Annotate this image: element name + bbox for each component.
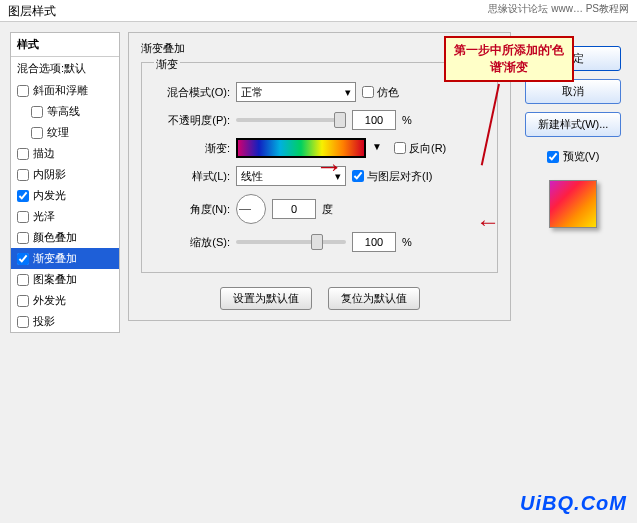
style-item-label: 斜面和浮雕 [33, 83, 88, 98]
preview-label: 预览(V) [563, 149, 600, 164]
new-style-button[interactable]: 新建样式(W)... [525, 112, 621, 137]
preview-check[interactable]: 预览(V) [547, 149, 600, 164]
preview-checkbox[interactable] [547, 151, 559, 163]
style-item-label: 内发光 [33, 188, 66, 203]
opacity-unit: % [402, 114, 412, 126]
style-item[interactable]: 颜色叠加 [11, 227, 119, 248]
scale-input[interactable] [352, 232, 396, 252]
style-item-label: 光泽 [33, 209, 55, 224]
angle-input[interactable] [272, 199, 316, 219]
style-item[interactable]: 渐变叠加 [11, 248, 119, 269]
styles-header: 样式 [11, 33, 119, 57]
watermark: UiBQ.CoM [520, 492, 627, 515]
style-item[interactable]: 纹理 [11, 122, 119, 143]
slider-thumb[interactable] [311, 234, 323, 250]
dither-check[interactable]: 仿色 [362, 85, 399, 100]
angle-label: 角度(N): [152, 202, 230, 217]
style-checkbox[interactable] [17, 85, 29, 97]
gradient-picker[interactable] [236, 138, 366, 158]
blend-options-default[interactable]: 混合选项:默认 [11, 57, 119, 80]
titlebar-right-text: 思缘设计论坛 www… PS教程网 [488, 2, 629, 16]
blend-mode-dropdown[interactable]: 正常 [236, 82, 356, 102]
style-item[interactable]: 内发光 [11, 185, 119, 206]
style-item-label: 投影 [33, 314, 55, 329]
styles-box: 样式 混合选项:默认 斜面和浮雕等高线纹理描边内阴影内发光光泽颜色叠加渐变叠加图… [10, 32, 120, 333]
slider-thumb[interactable] [334, 112, 346, 128]
opacity-slider[interactable] [236, 118, 346, 122]
center-panel: 第一步中所添加的'色谱'渐变 → ← 渐变叠加 渐变 混合模式(O): 正常 仿… [128, 32, 511, 513]
reset-default-button[interactable]: 复位为默认值 [328, 287, 420, 310]
cancel-button[interactable]: 取消 [525, 79, 621, 104]
right-panel: 确定 取消 新建样式(W)... 预览(V) [519, 32, 627, 513]
style-checkbox[interactable] [17, 274, 29, 286]
main-area: 样式 混合选项:默认 斜面和浮雕等高线纹理描边内阴影内发光光泽颜色叠加渐变叠加图… [0, 22, 637, 523]
style-item-label: 纹理 [47, 125, 69, 140]
style-checkbox[interactable] [31, 127, 43, 139]
style-checkbox[interactable] [17, 211, 29, 223]
style-label: 样式(L): [152, 169, 230, 184]
style-item[interactable]: 描边 [11, 143, 119, 164]
gradient-label: 渐变: [152, 141, 230, 156]
style-checkbox[interactable] [17, 232, 29, 244]
scale-slider[interactable] [236, 240, 346, 244]
align-layer-checkbox[interactable] [352, 170, 364, 182]
style-checkbox[interactable] [17, 253, 29, 265]
default-buttons-row: 设置为默认值 复位为默认值 [141, 287, 498, 310]
style-item-label: 外发光 [33, 293, 66, 308]
preview-swatch [549, 180, 597, 228]
style-item[interactable]: 等高线 [11, 101, 119, 122]
angle-row: 角度(N): 度 [152, 194, 487, 224]
style-checkbox[interactable] [17, 169, 29, 181]
window-title: 图层样式 [8, 4, 56, 18]
opacity-label: 不透明度(P): [152, 113, 230, 128]
annotation-callout: 第一步中所添加的'色谱'渐变 [444, 36, 574, 82]
inner-group-title: 渐变 [154, 57, 180, 72]
arrow-icon: ← [476, 208, 500, 236]
style-checkbox[interactable] [17, 148, 29, 160]
blend-mode-row: 混合模式(O): 正常 仿色 [152, 82, 487, 102]
style-checkbox[interactable] [17, 316, 29, 328]
style-item[interactable]: 斜面和浮雕 [11, 80, 119, 101]
set-default-button[interactable]: 设置为默认值 [220, 287, 312, 310]
style-item-label: 内阴影 [33, 167, 66, 182]
style-checkbox[interactable] [17, 190, 29, 202]
angle-dial[interactable] [236, 194, 266, 224]
reverse-checkbox[interactable] [394, 142, 406, 154]
blend-mode-label: 混合模式(O): [152, 85, 230, 100]
style-item-label: 描边 [33, 146, 55, 161]
style-item[interactable]: 光泽 [11, 206, 119, 227]
angle-unit: 度 [322, 202, 333, 217]
style-item[interactable]: 投影 [11, 311, 119, 332]
title-bar: 图层样式 思缘设计论坛 www… PS教程网 [0, 0, 637, 22]
style-list: 斜面和浮雕等高线纹理描边内阴影内发光光泽颜色叠加渐变叠加图案叠加外发光投影 [11, 80, 119, 332]
style-item[interactable]: 内阴影 [11, 164, 119, 185]
style-item-label: 渐变叠加 [33, 251, 77, 266]
style-item-label: 颜色叠加 [33, 230, 77, 245]
styles-panel: 样式 混合选项:默认 斜面和浮雕等高线纹理描边内阴影内发光光泽颜色叠加渐变叠加图… [10, 32, 120, 513]
style-item[interactable]: 图案叠加 [11, 269, 119, 290]
align-layer-check[interactable]: 与图层对齐(I) [352, 169, 432, 184]
dither-checkbox[interactable] [362, 86, 374, 98]
scale-row: 缩放(S): % [152, 232, 487, 252]
opacity-input[interactable] [352, 110, 396, 130]
opacity-row: 不透明度(P): % [152, 110, 487, 130]
style-checkbox[interactable] [17, 295, 29, 307]
style-checkbox[interactable] [31, 106, 43, 118]
style-item[interactable]: 外发光 [11, 290, 119, 311]
reverse-check[interactable]: 反向(R) [394, 141, 446, 156]
style-item-label: 等高线 [47, 104, 80, 119]
scale-label: 缩放(S): [152, 235, 230, 250]
style-item-label: 图案叠加 [33, 272, 77, 287]
scale-unit: % [402, 236, 412, 248]
arrow-icon: → [315, 151, 343, 183]
